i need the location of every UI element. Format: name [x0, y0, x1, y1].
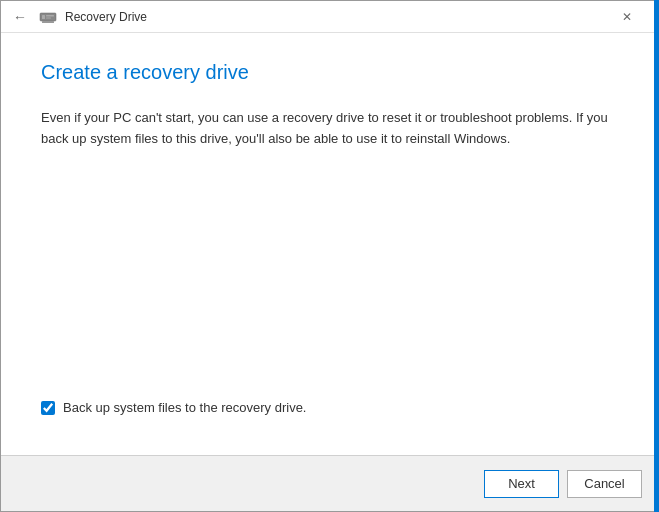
side-accent [654, 0, 659, 512]
svg-rect-3 [46, 17, 51, 18]
close-button[interactable]: ✕ [604, 2, 650, 32]
main-content: Create a recovery drive Even if your PC … [1, 33, 658, 455]
svg-rect-1 [42, 15, 45, 19]
page-title: Create a recovery drive [41, 61, 618, 84]
back-button[interactable]: ← [9, 7, 31, 27]
svg-rect-2 [46, 15, 54, 17]
backup-checkbox-row: Back up system files to the recovery dri… [41, 400, 618, 415]
title-bar: ← Recovery Drive ✕ [1, 1, 658, 33]
backup-checkbox[interactable] [41, 401, 55, 415]
title-bar-left: ← Recovery Drive [9, 7, 147, 27]
svg-rect-4 [42, 21, 54, 23]
recovery-drive-window: ← Recovery Drive ✕ Create a recovery dri… [0, 0, 659, 512]
next-button[interactable]: Next [484, 470, 559, 498]
cancel-button[interactable]: Cancel [567, 470, 642, 498]
footer: Next Cancel [1, 455, 658, 511]
backup-checkbox-label[interactable]: Back up system files to the recovery dri… [63, 400, 306, 415]
drive-icon [39, 10, 57, 24]
description-text: Even if your PC can't start, you can use… [41, 108, 618, 150]
window-title: Recovery Drive [65, 10, 147, 24]
